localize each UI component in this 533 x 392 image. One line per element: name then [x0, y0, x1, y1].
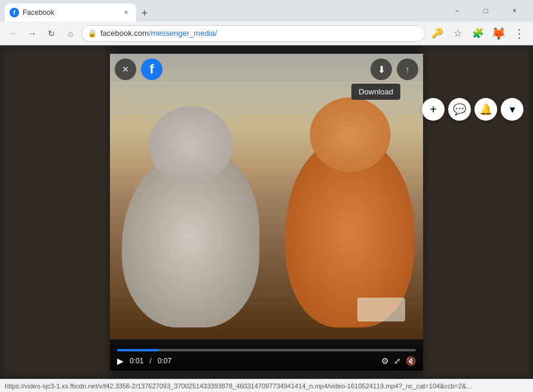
chevron-down-icon: ▾ [510, 103, 515, 116]
background-blur-left [0, 45, 111, 379]
add-button[interactable]: + [422, 98, 445, 121]
settings-icon: ⚙ [381, 356, 389, 366]
cat-right-head [310, 97, 390, 172]
page-content: × f [0, 45, 533, 379]
title-bar: f Facebook × + − □ × [0, 0, 533, 22]
lock-icon: 🔒 [88, 29, 97, 38]
menu-btn[interactable]: ⋮ [509, 24, 528, 43]
towel [357, 298, 405, 321]
profile-avatar-btn[interactable]: 🦊 [489, 24, 508, 43]
fb-action-buttons: + 💬 🔔 ▾ [422, 98, 523, 121]
browser-frame: f Facebook × + − □ × ← → ↻ ⌂ 🔒 [0, 0, 533, 392]
video-overlay-controls: ⬇ ↑ [370, 59, 418, 80]
download-button[interactable]: ⬇ [370, 59, 392, 80]
controls-row: ▶ 0:01 / 0:07 ⚙ ⤢ 🔇 [117, 356, 416, 366]
tab-area: f Facebook × + [5, 0, 441, 22]
home-button[interactable]: ⌂ [62, 25, 79, 42]
cat-left-head [149, 106, 232, 184]
settings-button[interactable]: ⚙ [381, 356, 389, 366]
tab-favicon: f [10, 8, 19, 17]
fullscreen-icon: ⤢ [394, 356, 401, 366]
window-controls: − □ × [443, 2, 528, 20]
minimize-button[interactable]: − [443, 2, 471, 20]
video-close-button[interactable]: × [115, 59, 136, 80]
key-icon-btn[interactable]: 🔑 [428, 24, 447, 43]
download-icon: ⬇ [378, 64, 385, 75]
toolbar: ← → ↻ ⌂ 🔒 facebook.com/messenger_media/ … [0, 22, 533, 45]
play-pause-button[interactable]: ▶ [117, 356, 124, 366]
status-bar: https://video-sjc3-1.xx.fbcdn.net/v/t42.… [0, 379, 533, 392]
new-tab-button[interactable]: + [136, 5, 153, 22]
more-menu-button[interactable]: ▾ [501, 98, 523, 121]
progress-bar[interactable] [117, 349, 416, 351]
bell-icon: 🔔 [479, 103, 492, 116]
background-blur-right [422, 45, 533, 379]
total-time: 0:07 [158, 357, 171, 365]
facebook-logo[interactable]: f [141, 59, 163, 80]
back-button[interactable]: ← [5, 25, 22, 42]
address-bar[interactable]: 🔒 facebook.com/messenger_media/ [81, 25, 425, 42]
notifications-button[interactable]: 🔔 [474, 98, 497, 121]
address-text: facebook.com/messenger_media/ [100, 29, 419, 38]
maximize-button[interactable]: □ [472, 2, 500, 20]
video-player: × f [110, 54, 423, 370]
time-separator: / [149, 357, 151, 365]
share-icon: ↑ [406, 65, 410, 74]
download-tooltip: Download [351, 84, 400, 100]
active-tab[interactable]: f Facebook × [5, 4, 136, 22]
current-time: 0:01 [130, 357, 143, 365]
toolbar-ext-buttons: 🔑 ☆ 🧩 🦊 ⋮ [428, 24, 528, 43]
close-window-button[interactable]: × [501, 2, 528, 20]
bookmark-star-btn[interactable]: ☆ [448, 24, 467, 43]
tab-title: Facebook [23, 8, 117, 17]
video-controls-bar: ▶ 0:01 / 0:07 ⚙ ⤢ 🔇 [110, 339, 423, 370]
forward-button[interactable]: → [24, 25, 41, 42]
tab-close-button[interactable]: × [121, 7, 131, 18]
fullscreen-button[interactable]: ⤢ [394, 356, 401, 366]
progress-filled [117, 349, 159, 351]
messenger-icon: 💬 [453, 103, 466, 116]
status-url: https://video-sjc3-1.xx.fbcdn.net/v/t42.… [5, 382, 472, 390]
mute-icon: 🔇 [406, 356, 416, 366]
share-button[interactable]: ↑ [397, 59, 418, 80]
reload-button[interactable]: ↻ [43, 25, 60, 42]
messenger-button[interactable]: 💬 [448, 98, 471, 121]
extensions-btn[interactable]: 🧩 [468, 24, 488, 43]
mute-button[interactable]: 🔇 [406, 356, 416, 366]
